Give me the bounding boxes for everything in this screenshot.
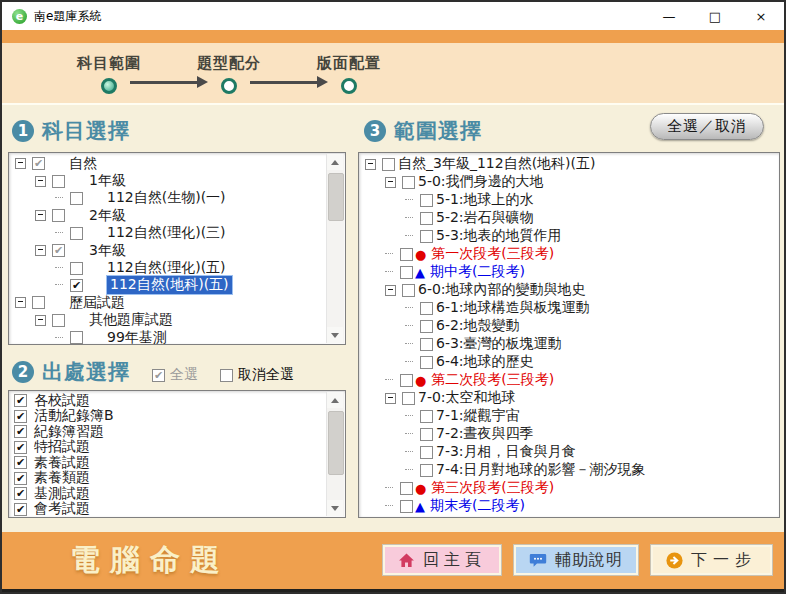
tree-checkbox[interactable] bbox=[70, 331, 83, 344]
tree-checkbox[interactable] bbox=[420, 212, 433, 225]
tree-item[interactable]: 5-3:地表的地質作用 bbox=[362, 227, 776, 245]
source-item[interactable]: 基測試題 bbox=[12, 486, 327, 502]
tree-checkbox[interactable] bbox=[70, 279, 83, 292]
source-item[interactable]: 素養試題 bbox=[12, 455, 327, 471]
tree-item[interactable]: ▲期末考(二段考) bbox=[362, 497, 776, 515]
tree-checkbox[interactable] bbox=[420, 320, 433, 333]
tree-checkbox[interactable] bbox=[400, 374, 413, 387]
tree-item[interactable]: 7-3:月相，日食與月食 bbox=[362, 443, 776, 461]
checkbox-icon[interactable] bbox=[220, 369, 233, 382]
tree-item[interactable]: 112自然(地科)(五) bbox=[12, 277, 327, 294]
tree-item[interactable]: ●第二次段考(三段考) bbox=[362, 371, 776, 389]
tree-checkbox[interactable] bbox=[402, 284, 415, 297]
expander-minus-icon[interactable] bbox=[35, 176, 46, 187]
expander-minus-icon[interactable] bbox=[35, 245, 46, 256]
tree-item[interactable]: 6-3:臺灣的板塊運動 bbox=[362, 335, 776, 353]
scrollbar[interactable] bbox=[326, 392, 344, 516]
tree-item[interactable]: 112自然(生物)(一) bbox=[12, 190, 327, 207]
source-checkbox[interactable] bbox=[14, 472, 27, 485]
minimize-button[interactable]: — bbox=[646, 2, 692, 30]
tree-checkbox[interactable] bbox=[70, 192, 83, 205]
expander-minus-icon[interactable] bbox=[15, 158, 26, 169]
source-checkbox[interactable] bbox=[14, 410, 27, 423]
expander-minus-icon[interactable] bbox=[15, 297, 26, 308]
tree-checkbox[interactable] bbox=[420, 446, 433, 459]
tree-checkbox[interactable] bbox=[52, 175, 65, 188]
checkbox-icon[interactable] bbox=[152, 369, 165, 382]
tree-checkbox[interactable] bbox=[420, 428, 433, 441]
tree-checkbox[interactable] bbox=[52, 314, 65, 327]
tree-item[interactable]: 自然 bbox=[12, 155, 327, 172]
tree-checkbox[interactable] bbox=[420, 230, 433, 243]
tree-checkbox[interactable] bbox=[402, 392, 415, 405]
source-checkbox[interactable] bbox=[14, 394, 27, 407]
toggle-all-button[interactable]: 全選／取消 bbox=[650, 113, 764, 140]
tree-item[interactable]: 自然_3年級_112自然(地科)(五) bbox=[362, 155, 776, 173]
source-item[interactable]: 特招試題 bbox=[12, 440, 327, 456]
next-button[interactable]: 下一步 bbox=[651, 545, 772, 575]
tree-checkbox[interactable] bbox=[400, 248, 413, 261]
tree-checkbox[interactable] bbox=[420, 410, 433, 423]
source-item[interactable]: 活動紀錄簿B bbox=[12, 409, 327, 425]
tree-item[interactable]: 6-4:地球的歷史 bbox=[362, 353, 776, 371]
select-all-checkbox[interactable]: 全選 bbox=[152, 366, 198, 384]
tree-item[interactable]: 3年級 bbox=[12, 242, 327, 259]
maximize-button[interactable]: □ bbox=[692, 2, 738, 30]
scroll-down-button[interactable] bbox=[327, 327, 343, 343]
scroll-down-button[interactable] bbox=[327, 500, 343, 516]
expander-minus-icon[interactable] bbox=[35, 210, 46, 221]
expander-minus-icon[interactable] bbox=[385, 177, 396, 188]
scroll-up-button[interactable] bbox=[327, 154, 343, 170]
tree-checkbox[interactable] bbox=[420, 338, 433, 351]
expander-minus-icon[interactable] bbox=[365, 159, 376, 170]
tree-item[interactable]: ▲期中考(二段考) bbox=[362, 263, 776, 281]
expander-minus-icon[interactable] bbox=[35, 315, 46, 326]
tree-item[interactable]: 歷屆試題 bbox=[12, 294, 327, 311]
scroll-thumb[interactable] bbox=[328, 411, 344, 475]
scrollbar[interactable] bbox=[326, 154, 344, 343]
tree-item[interactable]: 2年級 bbox=[12, 207, 327, 224]
deselect-all-checkbox[interactable]: 取消全選 bbox=[220, 366, 294, 384]
expander-minus-icon[interactable] bbox=[385, 393, 396, 404]
tree-checkbox[interactable] bbox=[400, 266, 413, 279]
tree-checkbox[interactable] bbox=[420, 464, 433, 477]
tree-checkbox[interactable] bbox=[420, 356, 433, 369]
tree-item[interactable]: 5-2:岩石與礦物 bbox=[362, 209, 776, 227]
tree-item[interactable]: 7-1:縱觀宇宙 bbox=[362, 407, 776, 425]
tree-checkbox[interactable] bbox=[420, 302, 433, 315]
tree-checkbox[interactable] bbox=[382, 158, 395, 171]
expander-minus-icon[interactable] bbox=[385, 285, 396, 296]
tree-item[interactable]: 5-0:我們身邊的大地 bbox=[362, 173, 776, 191]
tree-checkbox[interactable] bbox=[32, 157, 45, 170]
tree-checkbox[interactable] bbox=[420, 194, 433, 207]
tree-item[interactable]: 5-1:地球上的水 bbox=[362, 191, 776, 209]
source-checkbox[interactable] bbox=[14, 503, 27, 516]
scroll-up-button[interactable] bbox=[327, 392, 343, 408]
tree-item[interactable]: 7-2:晝夜與四季 bbox=[362, 425, 776, 443]
tree-checkbox[interactable] bbox=[400, 500, 413, 513]
tree-checkbox[interactable] bbox=[400, 482, 413, 495]
tree-checkbox[interactable] bbox=[70, 262, 83, 275]
tree-item[interactable]: 其他題庫試題 bbox=[12, 312, 327, 329]
source-checkbox[interactable] bbox=[14, 441, 27, 454]
tree-item[interactable]: 99年基測 bbox=[12, 329, 327, 345]
tree-checkbox[interactable] bbox=[402, 176, 415, 189]
tree-item[interactable]: ●第三次段考(三段考) bbox=[362, 479, 776, 497]
source-checkbox[interactable] bbox=[14, 456, 27, 469]
tree-item[interactable]: 7-0:太空和地球 bbox=[362, 389, 776, 407]
tree-item[interactable]: 112自然(理化)(三) bbox=[12, 225, 327, 242]
source-checkbox[interactable] bbox=[14, 425, 27, 438]
tree-item[interactable]: 6-2:地殼變動 bbox=[362, 317, 776, 335]
close-button[interactable]: × bbox=[738, 2, 784, 30]
source-item[interactable]: 會考試題 bbox=[12, 502, 327, 518]
tree-checkbox[interactable] bbox=[32, 296, 45, 309]
tree-item[interactable]: 112自然(理化)(五) bbox=[12, 259, 327, 276]
tree-item[interactable]: 6-0:地球內部的變動與地史 bbox=[362, 281, 776, 299]
tree-item[interactable]: 6-1:地球構造與板塊運動 bbox=[362, 299, 776, 317]
scroll-thumb[interactable] bbox=[328, 173, 344, 221]
source-item[interactable]: 各校試題 bbox=[12, 393, 327, 409]
tree-item[interactable]: 1年級 bbox=[12, 172, 327, 189]
source-checkbox[interactable] bbox=[14, 487, 27, 500]
home-button[interactable]: 回主頁 bbox=[383, 545, 501, 575]
tree-item[interactable]: 7-4:日月對地球的影響－潮汐現象 bbox=[362, 461, 776, 479]
